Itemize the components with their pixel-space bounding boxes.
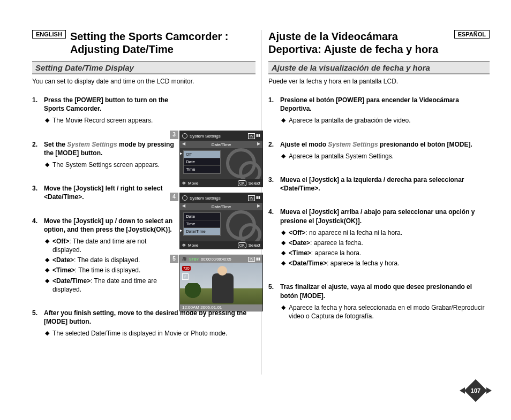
bullet-icon: ◆	[45, 277, 49, 294]
step-sub: <Time>: aparece la hora.	[289, 249, 361, 257]
ok-icon: OK	[238, 180, 246, 186]
quality-badge: F	[182, 273, 189, 280]
lcd-menu: Date Time Date/Time	[183, 212, 221, 236]
step: 1. Press the [POWER] button to turn on t…	[32, 96, 255, 125]
step-sub: <Date/Time>: aparece la fecha y hora.	[289, 259, 400, 268]
step-sub: Aparece la pantalla de grabación de vide…	[289, 116, 411, 125]
screenshot-tag: 5	[170, 255, 178, 263]
step-sub: The selected Date/Time is displayed in M…	[52, 329, 227, 338]
menu-item: Time	[184, 220, 220, 228]
menu-item: Date/Time	[184, 228, 220, 235]
screenshot-tag: 3	[170, 131, 178, 139]
lcd-move-label: Move	[188, 181, 199, 186]
in-badge: IN	[248, 133, 255, 139]
menu-item: Date	[184, 158, 220, 166]
language-badge-spanish: ESPAÑOL	[454, 30, 490, 39]
lcd-title: System Settings	[190, 196, 221, 201]
joystick-icon: ✥	[182, 181, 186, 186]
step: 2. Ajuste el modo System Settings presio…	[268, 140, 490, 161]
timestamp-label: 12:00AM 2006.01.01	[182, 305, 222, 310]
step-head: Set the System Settings mode by pressing…	[44, 141, 174, 157]
bullet-icon: ◆	[281, 152, 285, 161]
joystick-icon: ✥	[182, 243, 186, 248]
step: 4. Mueva el [Joystick] arriba / abajo pa…	[268, 208, 490, 268]
step-num: 1.	[268, 96, 274, 104]
bullet-icon: ◆	[281, 303, 285, 320]
tree-icon	[184, 283, 201, 300]
step-head: Ajuste el modo System Settings presionan…	[280, 141, 472, 148]
lcd-move-label: Move	[188, 243, 199, 248]
lcd-menu: Off Date Time	[183, 150, 221, 174]
lcd-select-label: Select	[249, 243, 260, 248]
screenshot-5: 5 🎥 STBY 00:00:00/00:40:05 IN ▮▮	[179, 255, 264, 311]
step-head: Press the [POWER] button to turn on the …	[44, 96, 168, 112]
bullet-icon: ◆	[281, 259, 285, 268]
screenshot-tag: 4	[170, 193, 178, 201]
step-num: 3.	[268, 175, 274, 184]
lcd-screenshots: 3 System Settings IN ▮▮ Date/Time Off	[179, 131, 264, 317]
battery-icon: ▮▮	[256, 257, 260, 262]
gear-icon	[182, 133, 187, 139]
step-sub: <Time>: The time is displayed.	[52, 266, 140, 274]
step-sub: <Off>: The date and time are not display…	[52, 237, 175, 254]
bullet-icon: ◆	[45, 266, 49, 274]
step-head: Presione el botón [POWER] para encender …	[280, 96, 459, 112]
battery-icon: ▮▮	[256, 195, 260, 201]
gear-watermark-icon	[224, 208, 259, 243]
column-spanish: Ajuste de la Videocámara Deportiva: Ajus…	[261, 30, 490, 353]
gear-watermark-icon	[224, 146, 259, 181]
step-sub: <Date/Time>: The date and time are displ…	[52, 277, 175, 294]
menu-item: Time	[184, 166, 220, 173]
intro-spanish: Puede ver la fecha y hora en la pantalla…	[268, 78, 490, 85]
menu-item: Off	[184, 151, 220, 158]
page-number: 107	[464, 387, 487, 394]
bullet-icon: ◆	[45, 161, 49, 169]
stby-label: STBY	[189, 257, 199, 261]
camera-icon: 🎥	[182, 257, 187, 261]
step-num: 5.	[268, 282, 274, 291]
page-columns: ENGLISH Setting the Sports Camcorder : A…	[32, 30, 490, 353]
lcd-record-preview: 🎥 STBY 00:00:00/00:40:05 IN ▮▮ 720 F 12:…	[179, 255, 263, 311]
section-bar-spanish: Ajuste de la visualización de fecha y ho…	[268, 61, 490, 74]
in-badge: IN	[248, 257, 255, 262]
section-bar-english: Setting Date/Time Display	[32, 61, 255, 74]
step: 5. Tras finalizar el ajuste, vaya al mod…	[268, 282, 490, 320]
system-settings-em: System Settings	[328, 141, 378, 148]
intro-english: You can set to display date and time on …	[32, 78, 255, 85]
bullet-icon: ◆	[45, 116, 49, 125]
battery-icon: ▮▮	[256, 133, 260, 139]
page-number-badge: 107	[464, 385, 487, 396]
step-head: Tras finalizar el ajuste, vaya al modo q…	[280, 283, 472, 299]
bullet-icon: ◆	[45, 256, 49, 264]
menu-item: Date	[184, 213, 220, 220]
step-num: 3.	[32, 184, 37, 193]
language-badge-english: ENGLISH	[32, 30, 66, 39]
lcd-select-label: Select	[249, 181, 260, 186]
step-sub: <Off>: no aparece ni la fecha ni la hora…	[289, 228, 402, 237]
step-head: Mueva el [Joystick] a la izquierda / der…	[280, 176, 464, 192]
page-title-spanish: Ajuste de la Videocámara Deportiva: Ajus…	[268, 30, 450, 56]
in-badge: IN	[248, 195, 255, 201]
lcd-title: System Settings	[190, 134, 221, 139]
screenshot-3: 3 System Settings IN ▮▮ Date/Time Off	[179, 131, 264, 187]
step-num: 4.	[268, 208, 274, 216]
step-num: 4.	[32, 217, 37, 225]
counter-label: 00:00:00/00:40:05	[201, 257, 231, 261]
bullet-icon: ◆	[45, 237, 49, 254]
step-sub: Aparece la pantalla System Settings.	[289, 152, 394, 161]
screenshot-4: 4 System Settings IN ▮▮ Date/Time Date	[179, 193, 264, 249]
person-icon	[212, 273, 234, 303]
bullet-icon: ◆	[281, 116, 285, 125]
step-head: Mueva el [Joystick] arriba / abajo para …	[280, 208, 475, 224]
gear-icon	[182, 195, 187, 201]
step-sub: Aparece la fecha y hora seleccionada en …	[289, 303, 490, 320]
lcd-menu-datetime: System Settings IN ▮▮ Date/Time Date Tim…	[179, 193, 263, 249]
ok-icon: OK	[238, 242, 246, 248]
step-head: Move the [Joystick] left / right to sele…	[44, 185, 162, 201]
steps-spanish: 1. Presione el botón [POWER] para encend…	[268, 96, 490, 320]
bullet-icon: ◆	[45, 329, 49, 338]
step-num: 1.	[32, 96, 37, 104]
step-num: 5.	[32, 309, 37, 317]
step-sub: The System Settings screen appears.	[52, 161, 160, 169]
step: 1. Presione el botón [POWER] para encend…	[268, 96, 490, 125]
